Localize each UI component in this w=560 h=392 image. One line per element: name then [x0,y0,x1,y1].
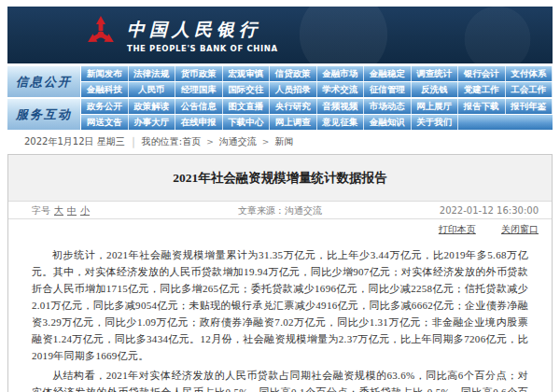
page: 中国人民银行 THE PEOPLE'S BANK OF CHINA 信息公开 新… [0,0,560,392]
nav-label-info-disclosure[interactable]: 信息公开 [7,66,80,97]
nav-item[interactable]: 支付体系 [506,66,553,81]
main-nav: 信息公开 新闻发布法律法规货币政策宏观审慎信贷政策金融市场金融稳定调查统计银行会… [7,66,553,130]
article-actions: 打印本页 关闭窗口 [8,219,552,239]
page-title: 2021年社会融资规模增量统计数据报告 [173,170,387,187]
nav-item[interactable]: 党建工作 [458,82,506,97]
nav-item[interactable]: 反洗钱 [412,82,459,97]
breadcrumb-link-exchange[interactable]: 沟通交流 [219,135,257,148]
nav-row: 政务公开政策解读公告信息图文直播央行研究音频视频市场动态网上展厅报告下载报刊年鉴 [81,99,553,114]
nav-item[interactable]: 人员招录 [270,82,317,97]
nav-item[interactable]: 意见征集 [317,115,365,130]
nav-item[interactable]: 工会工作 [506,82,553,97]
nav-item[interactable]: 网上调查 [270,115,317,130]
breadcrumb-link-news[interactable]: 新闻 [274,135,293,148]
nav-item[interactable]: 市场动态 [364,99,412,114]
nav-item[interactable]: 政务公开 [81,99,129,114]
pboc-emblem-icon [84,14,118,57]
nav-item[interactable]: 公告信息 [175,99,223,114]
nav-section-services: 服务互动 政务公开政策解读公告信息图文直播央行研究音频视频市场动态网上展厅报告下… [7,99,553,130]
nav-item[interactable]: 调查统计 [412,66,459,81]
nav-row: 网送文告办事大厅在线申报下载中心网上调查意见征集金融知识关于我们 [81,115,553,130]
nav-section-info-disclosure: 信息公开 新闻发布法律法规货币政策宏观审慎信贷政策金融市场金融稳定调查统计银行会… [7,66,553,97]
nav-item[interactable]: 办事大厅 [129,115,176,130]
nav-item[interactable]: 宏观审慎 [223,66,271,81]
site-header: 中国人民银行 THE PEOPLE'S BANK OF CHINA [7,7,553,63]
nav-item[interactable]: 网上展厅 [412,99,459,114]
close-window-button[interactable]: 关闭窗口 [501,224,539,234]
nav-item[interactable]: 法律法规 [129,66,176,81]
nav-item[interactable]: 新闻发布 [81,66,129,81]
nav-item[interactable]: 征信管理 [364,82,412,97]
article-title-band: 2021年社会融资规模增量统计数据报告 [8,155,552,202]
nav-item[interactable]: 图文直播 [223,99,271,114]
print-page-button[interactable]: 打印本页 [439,224,476,234]
nav-item[interactable]: 下载中心 [223,115,271,130]
nav-item[interactable]: 音频视频 [317,99,365,114]
nav-item[interactable]: 央行研究 [270,99,317,114]
breadcrumb-date: 2022年1月12日 星期三 [24,135,125,148]
article-datetime: 2022-01-12 16:30:00 [440,202,539,219]
breadcrumb-location-label: 我的位置: [142,135,182,148]
pboc-logo[interactable]: 中国人民银行 THE PEOPLE'S BANK OF CHINA [84,14,278,57]
nav-item[interactable]: 在线申报 [175,115,223,130]
nav-row: 新闻发布法律法规货币政策宏观审慎信贷政策金融市场金融稳定调查统计银行会计支付体系 [81,66,553,81]
nav-item[interactable]: 网送文告 [81,115,129,130]
breadcrumb: 2022年1月12日 星期三 │ 我的位置: 首页 > 沟通交流 > 新闻 [7,132,553,152]
nav-item[interactable]: 经理国库 [175,82,223,97]
nav-item[interactable]: 关于我们 [412,115,459,130]
breadcrumb-home-link[interactable]: 首页 [182,135,201,148]
nav-item[interactable]: 货币政策 [175,66,223,81]
article-paragraph: 从结构看，2021年对实体经济发放的人民币贷款占同期社会融资规模的63.6%，同… [32,367,528,392]
nav-item[interactable]: 金融科技 [81,82,129,97]
article-paragraph: 初步统计，2021年社会融资规模增量累计为31.35万亿元，比上年少3.44万亿… [32,246,528,364]
nav-row: 金融科技人民币经理国库国际交往人员招录学术交流征信管理反洗钱党建工作工会工作 [81,82,553,97]
nav-item[interactable]: 政策解读 [129,99,176,114]
nav-item[interactable]: 报告下载 [458,99,506,114]
article-container: 2021年社会融资规模增量统计数据报告 字号大中小 文章来源：沟通交流 2022… [7,154,553,392]
bank-name-en: THE PEOPLE'S BANK OF CHINA [127,44,278,53]
nav-item[interactable]: 金融知识 [364,115,412,130]
nav-item[interactable]: 金融市场 [317,66,365,81]
chevron-right-icon: > [206,137,214,147]
chevron-right-icon: > [262,137,270,147]
nav-item[interactable]: 人民币 [129,82,176,97]
article-body: 初步统计，2021年社会融资规模增量累计为31.35万亿元，比上年少3.44万亿… [8,239,552,392]
nav-item[interactable]: 学术交流 [317,82,365,97]
nav-item[interactable]: 报刊年鉴 [506,99,553,114]
nav-item[interactable]: 金融稳定 [364,66,412,81]
nav-item[interactable]: 银行会计 [458,66,506,81]
breadcrumb-divider: │ [131,137,136,147]
nav-label-services[interactable]: 服务互动 [7,99,80,130]
article-meta: 字号大中小 文章来源：沟通交流 2022-01-12 16:30:00 [8,202,552,219]
nav-item[interactable]: 国际交往 [223,82,271,97]
bank-name-cn: 中国人民银行 [127,18,278,42]
nav-item[interactable]: 信贷政策 [270,66,317,81]
